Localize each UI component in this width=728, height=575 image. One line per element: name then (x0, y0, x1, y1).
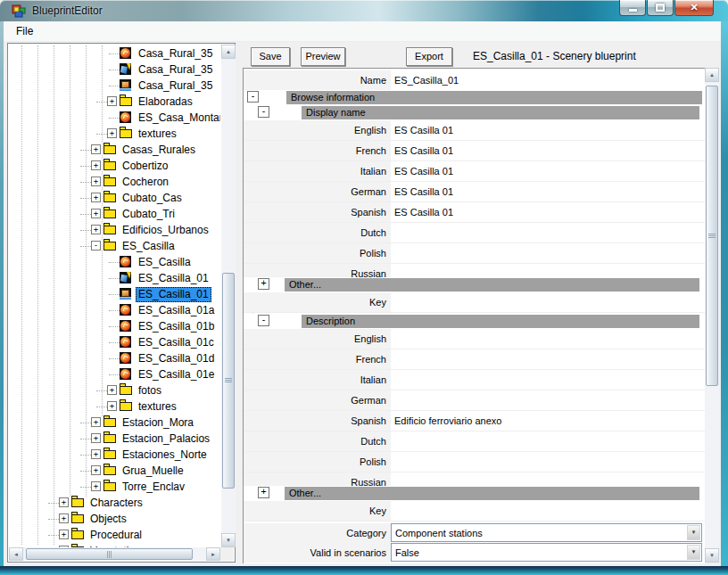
tree-item[interactable]: Casa_Rural_35 (9, 45, 220, 62)
scroll-up-icon[interactable] (705, 68, 719, 82)
scroll-down-icon[interactable] (705, 548, 719, 563)
expand-button[interactable]: + (91, 417, 101, 427)
save-button[interactable]: Save (251, 47, 290, 66)
expand-button[interactable]: + (91, 481, 101, 491)
tree-item[interactable]: +textures (9, 398, 220, 415)
tree-item[interactable]: Casa_Rural_35 (9, 78, 220, 94)
minimize-button[interactable] (619, 0, 646, 16)
tree-vertical-scrollbar[interactable] (221, 45, 236, 547)
key-field[interactable] (391, 292, 706, 312)
expand-button[interactable]: + (107, 401, 117, 411)
tree-item[interactable]: ES_Casilla_01b (9, 318, 220, 334)
expand-button[interactable]: + (59, 513, 69, 523)
expand-button[interactable]: + (91, 433, 101, 443)
collapse-button[interactable]: - (258, 106, 269, 118)
tree-item[interactable]: +Procedural (9, 527, 220, 543)
tree-item[interactable]: ES_Casa_Montaña_ (9, 110, 220, 126)
tree-item[interactable]: ES_Casilla_01a (9, 302, 220, 318)
expand-button[interactable]: + (59, 530, 69, 539)
menu-file[interactable]: File (11, 24, 38, 38)
field-value[interactable] (391, 452, 706, 472)
collapse-button[interactable]: - (247, 91, 259, 103)
field-value[interactable]: ES Casilla 01 (391, 141, 706, 160)
field-value[interactable]: ES Casilla 01 (391, 161, 706, 181)
expand-button[interactable]: + (91, 144, 101, 154)
field-value[interactable]: ES Casilla 01 (391, 120, 706, 140)
expand-button[interactable]: + (107, 128, 117, 138)
tree-item[interactable]: +Estacion_Mora (9, 415, 220, 431)
field-value[interactable] (391, 431, 706, 451)
chevron-down-icon[interactable] (687, 545, 700, 560)
scroll-up-icon[interactable] (221, 45, 236, 59)
tree-item[interactable]: +fotos (9, 382, 220, 398)
valid-in-scenarios-dropdown[interactable]: False (391, 543, 702, 562)
form-vertical-scrollbar[interactable] (705, 68, 719, 563)
tree-item[interactable]: +Elaboradas (9, 94, 220, 110)
expand-button[interactable]: + (258, 278, 269, 290)
tree-item[interactable]: +Torre_Enclav (9, 479, 220, 495)
maximize-button[interactable] (647, 0, 674, 16)
tree-item[interactable]: +Cubato_Tri (9, 206, 220, 222)
tree-item[interactable]: ES_Casilla (9, 254, 220, 270)
collapse-button[interactable]: - (258, 315, 269, 326)
field-value[interactable] (391, 370, 706, 390)
expand-button[interactable]: + (107, 96, 117, 106)
tree-connector-line (48, 503, 59, 504)
collapse-button[interactable]: - (91, 241, 101, 251)
tree-item-label: Casa_Rural_35 (136, 46, 215, 62)
tree-item[interactable]: +Objects (9, 511, 220, 527)
tree-item[interactable]: +Estaciones_Norte (9, 447, 220, 463)
field-value[interactable] (391, 349, 706, 369)
tree-item[interactable]: +Cubato_Cas (9, 190, 220, 206)
tree-item[interactable]: ES_Casilla_01d (9, 350, 220, 366)
field-value[interactable] (391, 329, 706, 349)
expand-button[interactable]: + (258, 487, 269, 498)
titlebar[interactable]: BlueprintEditor (0, 0, 728, 22)
tree-item[interactable]: ES_Casilla_01 (9, 286, 220, 302)
form-vertical-scrollbar-thumb[interactable] (706, 86, 718, 386)
tree-item[interactable]: +textures (9, 126, 220, 142)
tree-item[interactable]: Casa_Rural_35 (9, 62, 220, 78)
expand-button[interactable]: + (91, 465, 101, 475)
name-field[interactable]: ES_Casilla_01 (391, 70, 706, 90)
key-field[interactable] (391, 501, 706, 521)
tree-item[interactable]: +Casas_Rurales (9, 142, 220, 158)
tree-item[interactable]: +Cocheron (9, 174, 220, 190)
tree-item[interactable]: +Grua_Muelle (9, 463, 220, 479)
expand-button[interactable]: + (59, 497, 69, 507)
expand-button[interactable]: + (91, 193, 101, 202)
field-value[interactable]: Edificio ferroviario anexo (391, 411, 706, 431)
expand-button[interactable]: + (107, 385, 117, 395)
close-button[interactable] (674, 0, 714, 16)
preview-button[interactable]: Preview (301, 47, 345, 66)
tree-item[interactable]: ES_Casilla_01 (9, 270, 220, 286)
expand-button[interactable]: + (91, 225, 101, 234)
tree-item[interactable]: -ES_Casilla (9, 238, 220, 254)
tree-view[interactable]: Casa_Rural_35Casa_Rural_35Casa_Rural_35+… (9, 44, 220, 547)
field-value[interactable] (391, 390, 706, 410)
expand-button[interactable]: + (91, 160, 101, 170)
expand-button[interactable]: + (91, 177, 101, 186)
field-label: Italian (244, 161, 391, 181)
tree-item[interactable]: +Estacion_Palacios (9, 431, 220, 447)
tree-item[interactable]: ES_Casilla_01e (9, 366, 220, 382)
scroll-down-icon[interactable] (221, 533, 236, 547)
field-value[interactable] (391, 243, 706, 263)
scroll-right-icon[interactable] (206, 547, 220, 561)
tree-item[interactable]: ES_Casilla_01c (9, 334, 220, 350)
chevron-down-icon[interactable] (687, 525, 700, 540)
field-value[interactable]: ES Casilla 01 (391, 182, 706, 201)
tree-item[interactable]: +Characters (9, 495, 220, 511)
field-value[interactable]: ES Casilla 01 (391, 202, 706, 222)
scroll-left-icon[interactable] (9, 547, 23, 561)
tree-horizontal-scrollbar-thumb[interactable] (26, 548, 193, 560)
tree-horizontal-scrollbar[interactable] (9, 547, 220, 561)
field-value[interactable] (391, 223, 706, 242)
tree-vertical-scrollbar-thumb[interactable] (222, 273, 235, 489)
tree-item[interactable]: +Cobertizo (9, 158, 220, 174)
expand-button[interactable]: + (91, 209, 101, 218)
export-button[interactable]: Export (406, 47, 452, 66)
category-dropdown[interactable]: Component stations (391, 523, 702, 542)
tree-item[interactable]: +Edificios_Urbanos (9, 222, 220, 238)
expand-button[interactable]: + (91, 449, 101, 459)
